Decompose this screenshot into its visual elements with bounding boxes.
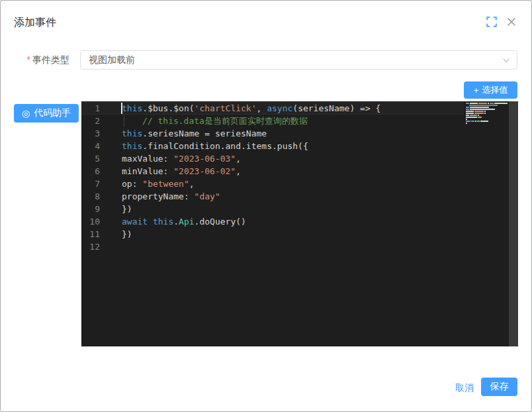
line-number: 5 bbox=[81, 152, 100, 165]
editor-scrollbar[interactable] bbox=[509, 101, 518, 346]
line-number: 12 bbox=[81, 240, 100, 253]
minimap-line bbox=[466, 115, 508, 116]
code-line[interactable]: 5maxValue: "2023-06-03", bbox=[81, 152, 464, 165]
close-button[interactable] bbox=[505, 15, 518, 28]
line-number: 10 bbox=[81, 215, 100, 228]
plus-icon: + bbox=[474, 85, 479, 95]
required-mark: * bbox=[27, 54, 30, 65]
minimap-token bbox=[478, 115, 479, 116]
code-text: await this.Api.doQuery() bbox=[100, 215, 246, 228]
code-text: }) bbox=[100, 203, 132, 215]
code-token: this bbox=[122, 141, 142, 151]
code-line[interactable]: 8propertyName: "day" bbox=[81, 190, 464, 203]
code-line[interactable]: 6minValue: "2023-06-02", bbox=[81, 165, 464, 178]
cancel-button[interactable]: 取消 bbox=[455, 382, 474, 394]
code-line[interactable]: 4this.finalCondition.and.items.push({ bbox=[81, 140, 464, 152]
code-text bbox=[100, 240, 122, 253]
minimap-line bbox=[466, 103, 508, 104]
code-token: "2023-06-02" bbox=[173, 166, 236, 176]
code-line[interactable]: 12 bbox=[81, 240, 464, 253]
minimap-token bbox=[474, 113, 484, 114]
code-text: maxValue: "2023-06-03", bbox=[100, 152, 241, 165]
code-token: "2023-06-03" bbox=[173, 154, 236, 164]
minimap-token bbox=[466, 123, 467, 124]
minimap-token bbox=[494, 103, 508, 104]
minimap-token bbox=[470, 109, 495, 110]
code-token: 'chartClick' bbox=[195, 103, 257, 113]
minimap-line bbox=[466, 119, 508, 120]
code-text: propertyName: "day" bbox=[100, 190, 220, 203]
code-assistant-button[interactable]: ◎代码助手 bbox=[14, 104, 79, 123]
code-token: async bbox=[267, 103, 292, 113]
code-line[interactable]: 11}) bbox=[81, 228, 464, 240]
line-number: 6 bbox=[81, 165, 100, 178]
code-text: this.$bus.$on('chartClick', async(series… bbox=[100, 102, 380, 115]
fullscreen-icon bbox=[486, 19, 497, 29]
minimap-token bbox=[466, 107, 469, 108]
minimap-token bbox=[484, 113, 486, 114]
code-token: minValue: bbox=[122, 166, 173, 176]
code-token: .$bus.$on( bbox=[142, 103, 194, 113]
minimap-token bbox=[466, 109, 469, 110]
minimap-token bbox=[475, 121, 476, 122]
code-token: "day" bbox=[195, 191, 220, 201]
line-number: 4 bbox=[81, 140, 100, 152]
minimap-token bbox=[466, 121, 470, 122]
code-line[interactable]: 2// this.data是当前页面实时查询的数据 bbox=[81, 115, 464, 127]
code-token: .finalCondition.and.items.push({ bbox=[142, 141, 308, 151]
code-editor[interactable]: 1this.$bus.$on('chartClick', async(serie… bbox=[81, 101, 518, 346]
code-text: op: "between", bbox=[100, 178, 195, 190]
code-token: , bbox=[189, 179, 195, 189]
minimap-line bbox=[466, 121, 508, 122]
line-number: 11 bbox=[81, 228, 100, 240]
minimap-token bbox=[484, 111, 486, 112]
code-token: , bbox=[236, 154, 241, 164]
minimap-token bbox=[490, 103, 494, 104]
minimap-token bbox=[471, 121, 474, 122]
text-cursor bbox=[121, 103, 122, 114]
minimap-line bbox=[466, 125, 508, 126]
editor-lines: 1this.$bus.$on('chartClick', async(serie… bbox=[81, 102, 464, 253]
code-text: this.seriesName = seriesName bbox=[100, 127, 267, 140]
code-text: }) bbox=[100, 228, 132, 240]
minimap-line bbox=[466, 105, 508, 106]
code-line[interactable]: 7op: "between", bbox=[81, 178, 464, 190]
code-token: .seriesName = seriesName bbox=[142, 129, 267, 138]
line-number: 8 bbox=[81, 190, 100, 203]
code-line[interactable]: 10await this.Api.doQuery() bbox=[81, 215, 464, 228]
code-token: // this.data是当前页面实时查询的数据 bbox=[142, 116, 308, 126]
code-token: (seriesName) => { bbox=[292, 103, 380, 113]
code-token: op: bbox=[122, 179, 142, 189]
line-number: 2 bbox=[81, 115, 100, 127]
code-line[interactable]: 1this.$bus.$on('chartClick', async(serie… bbox=[81, 102, 464, 115]
minimap-token bbox=[470, 107, 489, 108]
minimap-token bbox=[466, 115, 469, 116]
code-assistant-icon: ◎ bbox=[22, 108, 30, 119]
minimap-token bbox=[466, 111, 474, 112]
code-token: this bbox=[122, 103, 142, 113]
code-token: "between" bbox=[142, 179, 189, 189]
minimap-token bbox=[477, 121, 480, 122]
line-number: 7 bbox=[81, 178, 100, 190]
minimap[interactable] bbox=[466, 103, 508, 127]
fullscreen-button[interactable] bbox=[486, 17, 497, 27]
event-type-select[interactable]: 视图加载前 bbox=[80, 50, 517, 70]
close-icon bbox=[506, 20, 517, 30]
select-value-button[interactable]: +选择值 bbox=[464, 81, 517, 99]
code-token: await bbox=[122, 217, 153, 227]
line-number: 3 bbox=[81, 127, 100, 140]
minimap-line bbox=[466, 107, 508, 108]
line-number: 9 bbox=[81, 203, 100, 215]
save-button[interactable]: 保存 bbox=[481, 378, 517, 396]
code-token: Api bbox=[179, 217, 194, 227]
code-text: // this.data是当前页面实时查询的数据 bbox=[100, 115, 308, 127]
code-token: this bbox=[122, 129, 142, 138]
code-token: , bbox=[236, 166, 241, 176]
minimap-token bbox=[478, 103, 488, 104]
code-line[interactable]: 3this.seriesName = seriesName bbox=[81, 127, 464, 140]
minimap-token bbox=[466, 113, 474, 114]
code-token: .doQuery() bbox=[195, 217, 246, 227]
code-line[interactable]: 9}) bbox=[81, 203, 464, 215]
minimap-token bbox=[470, 103, 478, 104]
minimap-token bbox=[488, 103, 489, 104]
